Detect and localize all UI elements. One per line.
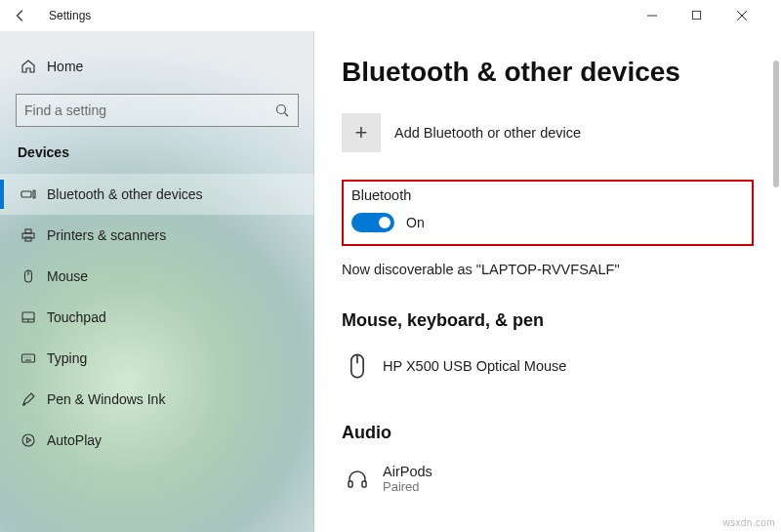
- nav-label: Pen & Windows Ink: [47, 391, 165, 407]
- touchpad-icon: [18, 309, 39, 325]
- svg-line-3: [285, 113, 289, 117]
- minimize-button[interactable]: [646, 10, 691, 21]
- svg-rect-23: [362, 481, 366, 487]
- nav-label: Mouse: [47, 268, 88, 284]
- bluetooth-toggle[interactable]: [351, 213, 394, 232]
- nav-item-autoplay[interactable]: AutoPlay: [0, 420, 314, 461]
- svg-point-15: [23, 356, 24, 357]
- mouse-section-title: Mouse, keyboard, & pen: [342, 310, 754, 331]
- device-row-airpods[interactable]: AirPods Paired: [342, 455, 754, 502]
- search-box[interactable]: [16, 94, 299, 127]
- keyboard-icon: [18, 350, 39, 366]
- device-name: AirPods: [383, 464, 432, 479]
- nav-label: Printers & scanners: [47, 227, 166, 243]
- add-device-label: Add Bluetooth or other device: [394, 125, 581, 141]
- printer-icon: [18, 227, 39, 243]
- home-icon: [18, 59, 39, 74]
- audio-section-title: Audio: [342, 423, 754, 443]
- nav-item-bluetooth[interactable]: Bluetooth & other devices: [0, 174, 314, 215]
- device-status: Paired: [383, 479, 432, 494]
- nav-label: Touchpad: [47, 309, 106, 325]
- mouse-device-icon: [342, 352, 373, 380]
- search-input[interactable]: [24, 102, 274, 118]
- page-title: Bluetooth & other devices: [342, 57, 754, 88]
- window-title: Settings: [49, 9, 91, 22]
- nav-item-touchpad[interactable]: Touchpad: [0, 297, 314, 338]
- nav-item-printers[interactable]: Printers & scanners: [0, 215, 314, 256]
- nav-label: AutoPlay: [47, 432, 102, 448]
- svg-point-16: [26, 356, 27, 357]
- watermark: wsxdn.com: [722, 517, 775, 528]
- home-label: Home: [47, 59, 83, 74]
- headphones-icon: [342, 467, 373, 490]
- svg-rect-22: [349, 481, 352, 487]
- device-row-mouse[interactable]: HP X500 USB Optical Mouse: [342, 343, 754, 389]
- nav-item-typing[interactable]: Typing: [0, 338, 314, 379]
- svg-rect-5: [33, 190, 35, 198]
- nav-label: Typing: [47, 350, 87, 366]
- svg-rect-1: [692, 11, 700, 19]
- discoverable-text: Now discoverable as "LAPTOP-RVVFSALF": [342, 262, 754, 277]
- main-pane: Bluetooth & other devices + Add Bluetoot…: [314, 31, 781, 532]
- nav-item-mouse[interactable]: Mouse: [0, 256, 314, 297]
- bluetooth-heading: Bluetooth: [351, 187, 744, 203]
- svg-rect-4: [21, 191, 31, 197]
- search-icon: [274, 102, 290, 118]
- bluetooth-icon: [18, 186, 39, 202]
- pen-icon: [18, 391, 39, 407]
- sidebar: Home Devices Bluetooth & other devices: [0, 31, 314, 532]
- nav-label: Bluetooth & other devices: [47, 186, 203, 202]
- svg-point-17: [29, 356, 30, 357]
- bluetooth-state: On: [406, 215, 425, 230]
- back-button[interactable]: [0, 9, 31, 22]
- svg-rect-7: [25, 229, 31, 233]
- autoplay-icon: [18, 432, 39, 448]
- category-header: Devices: [18, 144, 314, 160]
- nav-item-pen[interactable]: Pen & Windows Ink: [0, 379, 314, 420]
- bluetooth-group: Bluetooth On: [342, 180, 754, 246]
- plus-icon: +: [342, 113, 381, 152]
- device-name: HP X500 USB Optical Mouse: [383, 358, 566, 374]
- home-nav[interactable]: Home: [0, 49, 314, 84]
- nav-list: Bluetooth & other devices Printers & sca…: [0, 174, 314, 461]
- svg-point-19: [22, 434, 34, 446]
- scrollbar-thumb[interactable]: [773, 61, 779, 187]
- close-button[interactable]: [736, 10, 781, 21]
- toggle-knob: [379, 217, 390, 228]
- svg-rect-14: [22, 354, 35, 362]
- maximize-button[interactable]: [691, 10, 736, 21]
- add-device-button[interactable]: + Add Bluetooth or other device: [342, 111, 754, 154]
- mouse-icon: [18, 268, 39, 284]
- svg-point-2: [277, 105, 286, 114]
